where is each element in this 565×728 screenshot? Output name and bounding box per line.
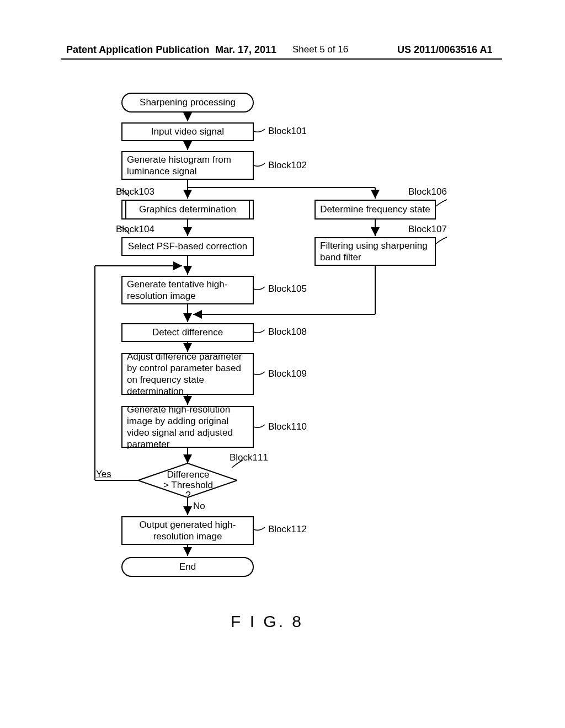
label-112: Block112: [268, 524, 307, 535]
block-110-text: Generate high-resolution image by adding…: [127, 404, 248, 451]
label-101: Block101: [268, 126, 307, 137]
block-107-text: Filtering using sharpening band filter: [320, 240, 430, 264]
header-pubno: US 2011/0063516 A1: [397, 44, 492, 56]
figure-caption: F I G. 8: [231, 612, 303, 631]
block-108-text: Detect difference: [152, 326, 223, 338]
header-rule: [61, 58, 502, 60]
block-106-text: Determine frequency state: [320, 204, 430, 215]
block-104-text: Select PSF-based correction: [128, 240, 247, 252]
block-103: Graphics determination: [121, 200, 254, 220]
terminator-end: End: [121, 557, 254, 577]
label-109: Block109: [268, 368, 307, 379]
label-107: Block107: [408, 224, 447, 235]
label-105: Block105: [268, 283, 307, 295]
flow-arrows: [0, 88, 565, 695]
block-101-text: Input video signal: [151, 126, 224, 137]
label-103: Block103: [116, 186, 154, 197]
block-112-text: Output generated high-resolution image: [127, 519, 248, 543]
label-104: Block104: [116, 224, 154, 235]
block-109: Adjust difference parameter by control p…: [121, 353, 254, 395]
block-106: Determine frequency state: [315, 200, 436, 220]
block-111-text: Difference > Threshold ?: [163, 470, 213, 501]
terminator-start: Sharpening processing: [121, 93, 254, 113]
block-112: Output generated high-resolution image: [121, 516, 254, 545]
end-text: End: [179, 561, 196, 572]
block-110: Generate high-resolution image by adding…: [121, 406, 254, 448]
header-date: Mar. 17, 2011: [215, 44, 276, 56]
decision-no: No: [193, 501, 205, 512]
block-105-text: Generate tentative high-resolution image: [127, 279, 248, 302]
block-105: Generate tentative high-resolution image: [121, 276, 254, 304]
label-102: Block102: [268, 160, 307, 171]
block-109-text: Adjust difference parameter by control p…: [127, 351, 248, 398]
header-left: Patent Application Publication: [66, 44, 209, 56]
label-106: Block106: [408, 186, 447, 197]
decision-yes: Yes: [96, 469, 111, 480]
start-text: Sharpening processing: [140, 97, 236, 108]
block-103-text: Graphics determination: [139, 204, 236, 215]
block-104: Select PSF-based correction: [121, 237, 254, 256]
block-101: Input video signal: [121, 122, 254, 141]
block-102: Generate histogram from luminance signal: [121, 151, 254, 180]
block-102-text: Generate histogram from luminance signal: [127, 154, 248, 178]
label-108: Block108: [268, 326, 307, 338]
block-107: Filtering using sharpening band filter: [315, 237, 436, 266]
block-108: Detect difference: [121, 323, 254, 342]
header-sheet: Sheet 5 of 16: [292, 44, 348, 55]
label-111: Block111: [230, 452, 268, 463]
label-110: Block110: [268, 421, 307, 432]
